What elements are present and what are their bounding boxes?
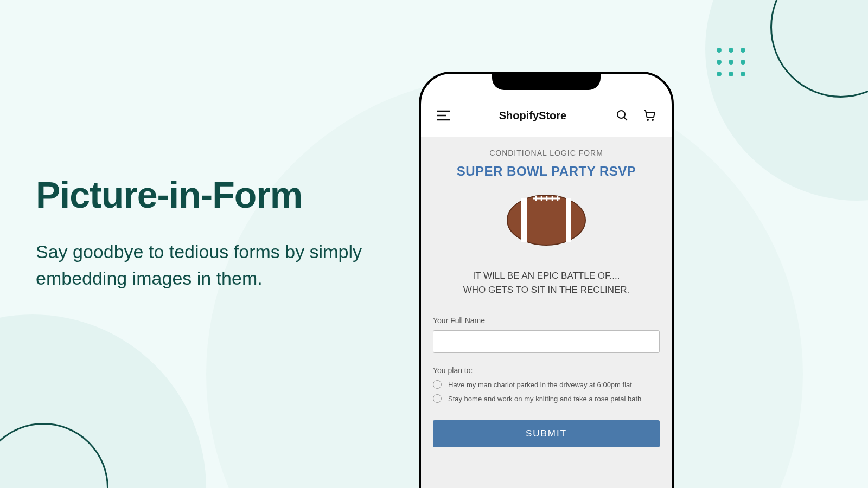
form-screen: CONDITIONAL LOGIC FORM SUPER BOWL PARTY … [421,137,672,488]
marketing-copy: Picture-in-Form Say goodbye to tedious f… [36,174,383,292]
radio-label: Have my man chariot parked in the drivew… [448,381,632,389]
submit-button[interactable]: SUBMIT [433,420,660,447]
subhead-line-2: WHO GETS TO SIT IN THE RECLINER. [433,283,660,297]
cart-icon[interactable] [642,108,656,123]
subhead-line-1: IT WILL BE AN EPIC BATTLE OF.... [433,269,660,283]
svg-point-5 [647,119,649,121]
form-subhead: IT WILL BE AN EPIC BATTLE OF.... WHO GET… [433,269,660,297]
name-input[interactable] [433,330,660,353]
menu-icon[interactable] [436,108,450,123]
headline: Picture-in-Form [36,174,383,216]
plan-label: You plan to: [433,366,660,375]
form-eyebrow: CONDITIONAL LOGIC FORM [433,149,660,157]
phone-mockup: ShopifyStore CONDITIONAL LOGIC FORM SUPE… [419,72,674,488]
arc-bottom-left [0,423,108,488]
store-brand: ShopifyStore [499,110,566,122]
svg-point-3 [617,111,625,118]
radio-option-2[interactable]: Stay home and work on my knitting and ta… [433,394,660,403]
store-topbar: ShopifyStore [421,104,672,137]
radio-option-1[interactable]: Have my man chariot parked in the drivew… [433,380,660,389]
dot-grid [717,48,746,77]
arc-top-right [770,0,868,98]
radio-icon [433,394,442,403]
subtext: Say goodbye to tedious forms by simply e… [36,239,383,292]
svg-point-6 [652,119,654,121]
name-label: Your Full Name [433,316,660,325]
svg-line-4 [624,118,627,121]
radio-icon [433,380,442,389]
football-image [433,193,660,247]
radio-label: Stay home and work on my knitting and ta… [448,395,641,403]
phone-notch [492,72,601,90]
search-icon[interactable] [615,108,629,123]
form-title: SUPER BOWL PARTY RSVP [433,164,660,179]
